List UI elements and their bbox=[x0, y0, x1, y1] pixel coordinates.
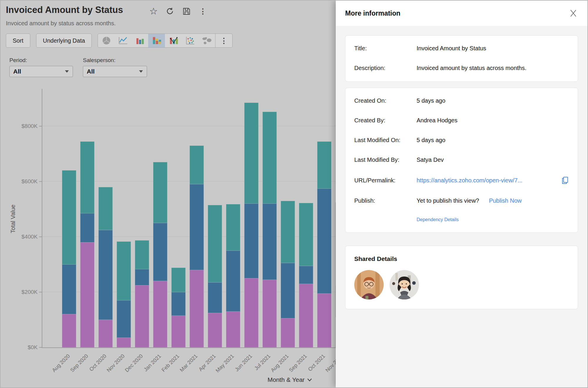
created-on-row: Created On: 5 days ago bbox=[354, 97, 569, 104]
bar-segment-purple[interactable] bbox=[263, 280, 277, 347]
bar-chart-icon[interactable] bbox=[131, 34, 148, 47]
bar-segment-teal[interactable] bbox=[171, 268, 186, 292]
bar-segment-blue[interactable] bbox=[263, 204, 277, 280]
bar-segment-purple[interactable] bbox=[80, 242, 94, 347]
page-title: Invoiced Amount by Status bbox=[6, 5, 123, 15]
bar-aug-2020 bbox=[62, 89, 76, 347]
y-axis-label: $200K bbox=[21, 289, 38, 295]
bar-apr-2021 bbox=[208, 89, 222, 347]
bar-segment-purple[interactable] bbox=[226, 312, 240, 347]
bar-segment-blue[interactable] bbox=[171, 292, 186, 316]
bar-segment-blue[interactable] bbox=[281, 263, 295, 318]
bar-segment-teal[interactable] bbox=[244, 103, 258, 204]
bar-segment-teal[interactable] bbox=[135, 240, 149, 269]
chart-toolbar: Sort Underlying Data bbox=[6, 34, 233, 48]
bar-segment-purple[interactable] bbox=[317, 294, 331, 347]
save-icon[interactable] bbox=[182, 6, 191, 16]
y-axis-tick bbox=[39, 347, 42, 348]
stacked-bar-chart-icon[interactable] bbox=[148, 34, 165, 47]
bar-dec-2020 bbox=[135, 89, 149, 347]
bar-segment-purple[interactable] bbox=[135, 285, 149, 348]
bar-segment-teal[interactable] bbox=[208, 205, 222, 282]
bar-segment-purple[interactable] bbox=[281, 318, 295, 347]
bar-segment-blue[interactable] bbox=[153, 223, 167, 281]
bar-segment-blue[interactable] bbox=[244, 204, 258, 278]
bar-segment-blue[interactable] bbox=[62, 264, 76, 314]
combo-chart-icon[interactable] bbox=[165, 34, 182, 47]
bar-segment-teal[interactable] bbox=[317, 141, 331, 189]
y-axis-tick bbox=[39, 237, 42, 237]
avatar-woman[interactable] bbox=[390, 270, 419, 299]
map-chart-icon[interactable] bbox=[198, 34, 215, 47]
avatar-man[interactable] bbox=[354, 270, 384, 299]
bar-segment-blue[interactable] bbox=[317, 189, 331, 294]
x-axis-title-dropdown[interactable]: Month & Year bbox=[268, 376, 312, 383]
bar-segment-blue[interactable] bbox=[226, 251, 240, 312]
bar-segment-purple[interactable] bbox=[117, 338, 131, 347]
title-row: Title: Invoiced Amount by Status bbox=[354, 45, 569, 52]
y-axis-label: $400K bbox=[21, 234, 38, 240]
bar-segment-blue[interactable] bbox=[98, 230, 113, 320]
bar-segment-blue[interactable] bbox=[208, 282, 222, 313]
bar-segment-blue[interactable] bbox=[117, 300, 131, 338]
copy-icon[interactable] bbox=[561, 176, 569, 184]
close-icon[interactable] bbox=[568, 8, 579, 19]
underlying-data-button[interactable]: Underlying Data bbox=[36, 34, 92, 48]
permalink-link[interactable]: https://analytics.zoho.com/open-view/7..… bbox=[417, 177, 522, 184]
bar-oct-2020 bbox=[98, 89, 113, 347]
modified-on-row: Last Modified On: 5 days ago bbox=[354, 137, 569, 144]
dropdown-arrow-icon bbox=[65, 70, 69, 73]
bar-segment-teal[interactable] bbox=[263, 112, 277, 204]
bar-segment-teal[interactable] bbox=[80, 141, 94, 213]
refresh-icon[interactable] bbox=[165, 6, 175, 16]
bar-segment-teal[interactable] bbox=[98, 187, 113, 230]
created-by-row: Created By: Andrea Hodges bbox=[354, 117, 569, 124]
bar-segment-blue[interactable] bbox=[299, 266, 313, 284]
bar-segment-purple[interactable] bbox=[98, 320, 113, 347]
y-axis-tick bbox=[39, 126, 42, 126]
publish-now-link[interactable]: Publish Now bbox=[489, 197, 522, 204]
y-axis-label: $600K bbox=[21, 178, 38, 185]
bar-segment-purple[interactable] bbox=[208, 313, 222, 348]
bar-segment-teal[interactable] bbox=[153, 162, 167, 223]
bar-aug-2021 bbox=[281, 89, 295, 347]
scatter-chart-icon[interactable] bbox=[182, 34, 198, 47]
bar-segment-blue[interactable] bbox=[135, 269, 149, 285]
period-filter-select[interactable]: All bbox=[9, 66, 73, 77]
zoho-analytics-view: Invoiced Amount by Status ☆ ⋮ Invoiced a… bbox=[0, 0, 588, 388]
y-axis-tick bbox=[39, 181, 42, 182]
bar-segment-purple[interactable] bbox=[190, 270, 204, 347]
bar-segment-teal[interactable] bbox=[299, 203, 313, 266]
title-description-card: Title: Invoiced Amount by Status Descrip… bbox=[345, 35, 578, 82]
star-icon[interactable]: ☆ bbox=[149, 6, 158, 16]
line-chart-icon[interactable] bbox=[115, 34, 131, 47]
bar-segment-blue[interactable] bbox=[80, 213, 94, 242]
publish-row: Publish: Yet to publish this view? Publi… bbox=[354, 197, 569, 204]
dropdown-arrow-icon bbox=[139, 70, 143, 73]
title-label: Title: bbox=[354, 45, 417, 52]
bar-segment-teal[interactable] bbox=[62, 170, 76, 264]
sort-button[interactable]: Sort bbox=[6, 34, 30, 48]
pie-chart-icon[interactable] bbox=[98, 34, 115, 47]
bar-mar-2021 bbox=[190, 89, 204, 347]
more-menu-icon[interactable]: ⋮ bbox=[198, 6, 208, 16]
bar-segment-teal[interactable] bbox=[281, 201, 295, 263]
view-actions: ☆ ⋮ bbox=[149, 6, 208, 16]
more-chart-options-icon[interactable]: ⋮ bbox=[215, 34, 232, 47]
chevron-down-icon bbox=[307, 378, 312, 382]
bar-segment-purple[interactable] bbox=[299, 284, 313, 347]
bar-feb-2021 bbox=[171, 89, 186, 347]
bar-nov-2020 bbox=[117, 89, 131, 347]
bar-segment-blue[interactable] bbox=[190, 184, 204, 270]
salesperson-filter-select[interactable]: All bbox=[83, 66, 147, 77]
bar-segment-purple[interactable] bbox=[171, 316, 186, 347]
bar-segment-teal[interactable] bbox=[190, 146, 204, 184]
bar-segment-purple[interactable] bbox=[153, 281, 167, 347]
bar-segment-purple[interactable] bbox=[62, 314, 76, 347]
dependency-details-link[interactable]: Dependency Details bbox=[417, 217, 459, 222]
y-axis-title: Total Value bbox=[10, 204, 16, 233]
bar-segment-purple[interactable] bbox=[244, 278, 258, 347]
bar-segment-teal[interactable] bbox=[117, 242, 131, 300]
dependency-details-row: Dependency Details bbox=[354, 217, 569, 222]
bar-segment-teal[interactable] bbox=[226, 204, 240, 251]
